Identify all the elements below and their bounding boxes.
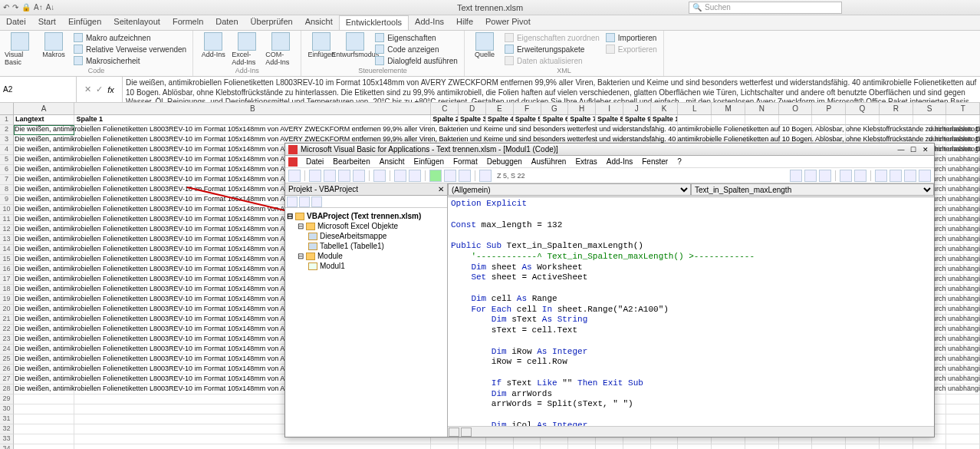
cell[interactable]	[14, 395, 75, 404]
cell[interactable]: Spalte 1	[74, 115, 431, 125]
vba-tb-break-icon[interactable]	[444, 170, 456, 182]
vba-tb-extra4-icon[interactable]	[840, 170, 852, 182]
row-header[interactable]: 21	[0, 315, 14, 325]
cell[interactable]	[14, 225, 75, 235]
column-header-G[interactable]: G	[541, 103, 569, 114]
project-explorer-close-icon[interactable]: ✕	[438, 185, 444, 193]
cell[interactable]	[14, 315, 75, 325]
tab-start[interactable]: Start	[32, 15, 62, 30]
cell[interactable]	[568, 125, 596, 135]
cell[interactable]	[459, 125, 486, 135]
row-header[interactable]: 26	[0, 365, 14, 375]
row-header[interactable]: 3	[0, 135, 14, 145]
cell[interactable]	[946, 404, 980, 414]
vba-menu-item[interactable]: Ausführen	[528, 157, 571, 166]
cell[interactable]	[846, 444, 880, 449]
proj-tb-view-object-icon[interactable]	[299, 196, 310, 207]
cell[interactable]	[14, 355, 75, 365]
vba-tb-find-icon[interactable]	[373, 170, 386, 182]
cell[interactable]	[14, 444, 75, 449]
code-object-select[interactable]: (Allgemein)	[448, 183, 691, 196]
relative-verweise-button[interactable]: Relative Verweise verwenden	[72, 44, 188, 54]
makros-button[interactable]: Makros	[38, 32, 69, 58]
cell[interactable]	[486, 125, 514, 135]
column-header-N[interactable]: N	[745, 103, 779, 114]
cell[interactable]	[880, 115, 913, 125]
cell[interactable]	[812, 444, 846, 449]
cell[interactable]	[14, 145, 75, 155]
row-header[interactable]: 34	[0, 444, 14, 449]
cell[interactable]	[596, 444, 623, 449]
cell[interactable]	[779, 115, 813, 125]
qat-redo-icon[interactable]: ↷	[12, 3, 18, 12]
proj-tb-view-code-icon[interactable]	[287, 196, 298, 207]
full-module-view-icon[interactable]	[461, 428, 472, 437]
vba-menu-item[interactable]: Extras	[571, 157, 600, 166]
tree-sheet1[interactable]: Tabelle1 (Tabelle1)	[287, 241, 446, 251]
row-header[interactable]: 24	[0, 345, 14, 355]
cell[interactable]: Spalte 10	[651, 115, 679, 125]
vba-editor-window[interactable]: Microsoft Visual Basic for Applications …	[284, 143, 935, 437]
vba-tb-save-icon[interactable]	[309, 170, 321, 182]
row-header[interactable]: 10	[0, 205, 14, 215]
vba-menu-item[interactable]: Format	[449, 157, 482, 166]
qat-font-decrease[interactable]: A↓	[46, 3, 55, 12]
tab-formeln[interactable]: Formeln	[166, 15, 209, 30]
cell[interactable]	[913, 444, 947, 449]
vba-menu-item[interactable]: Debuggen	[483, 157, 526, 166]
cell[interactable]	[14, 325, 75, 335]
column-header-F[interactable]: F	[514, 103, 541, 114]
code-anzeigen-button[interactable]: Code anzeigen	[373, 44, 459, 54]
row-header[interactable]: 5	[0, 155, 14, 165]
enter-formula-icon[interactable]: ✓	[96, 84, 103, 94]
cell[interactable]: Spalte 7	[568, 115, 596, 125]
tab-seitenlayout[interactable]: Seitenlayout	[107, 15, 166, 30]
cell[interactable]	[678, 444, 712, 449]
row-header[interactable]: 9	[0, 195, 14, 205]
cell[interactable]	[14, 185, 75, 195]
procedure-view-icon[interactable]	[449, 428, 459, 437]
column-header-A[interactable]: A	[14, 103, 75, 114]
cell[interactable]: Spalte 6	[541, 115, 568, 125]
row-header[interactable]: 29	[0, 395, 14, 404]
tab-datei[interactable]: Datei	[0, 15, 32, 30]
row-header[interactable]: 12	[0, 225, 14, 235]
vba-tb-redo-icon[interactable]	[409, 170, 421, 182]
cell[interactable]	[431, 444, 459, 449]
vba-tb-cut-icon[interactable]	[324, 170, 336, 182]
vba-tb-copy-icon[interactable]	[338, 170, 350, 182]
code-procedure-select[interactable]: Text_in_Spalten_maxLength	[691, 183, 934, 196]
vba-menu-item[interactable]: Einfügen	[410, 157, 448, 166]
column-header-D[interactable]: D	[459, 103, 486, 114]
cell[interactable]	[14, 245, 75, 255]
cell[interactable]: Spalte 5	[514, 115, 541, 125]
vba-title-bar[interactable]: Microsoft Visual Basic for Applications …	[285, 144, 934, 156]
vba-tb-paste-icon[interactable]	[353, 170, 365, 182]
row-header[interactable]: 16	[0, 265, 14, 275]
row-header[interactable]: 20	[0, 305, 14, 315]
vba-tb-excel-icon[interactable]	[288, 170, 301, 182]
cell[interactable]: Spalte 8	[596, 115, 623, 125]
tree-modules-folder[interactable]: ⊟Module	[287, 251, 446, 261]
row-header[interactable]: 17	[0, 275, 14, 285]
cell[interactable]	[745, 115, 779, 125]
vba-tb-extra1-icon[interactable]	[790, 170, 802, 182]
cell[interactable]	[74, 125, 431, 135]
cell[interactable]	[14, 175, 75, 185]
vba-tb-run-icon[interactable]	[429, 170, 442, 182]
cell[interactable]	[880, 444, 913, 449]
cell[interactable]	[678, 125, 712, 135]
cell[interactable]	[514, 125, 541, 135]
tab-addins[interactable]: Add-Ins	[409, 15, 450, 30]
row-header[interactable]: 11	[0, 215, 14, 225]
column-header-T[interactable]: T	[946, 103, 980, 114]
cell[interactable]	[14, 424, 75, 434]
cell[interactable]	[459, 444, 486, 449]
row-header[interactable]: 25	[0, 355, 14, 365]
cell[interactable]: Spalte 3	[459, 115, 486, 125]
cell[interactable]	[541, 125, 568, 135]
cell[interactable]: Spalte 4	[486, 115, 514, 125]
cell[interactable]	[623, 444, 651, 449]
column-header-E[interactable]: E	[486, 103, 514, 114]
cell[interactable]	[14, 305, 75, 315]
